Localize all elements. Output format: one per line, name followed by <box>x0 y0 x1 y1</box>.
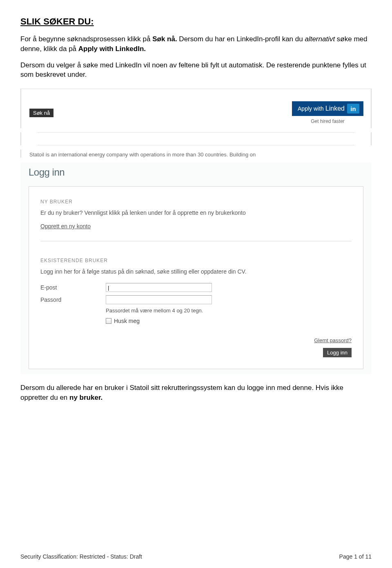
footer-page-number: Page 1 of 11 <box>339 553 372 560</box>
login-panel: Logg inn NY BRUKER Er du ny bruker? Venn… <box>20 163 372 374</box>
email-field[interactable] <box>106 283 212 292</box>
page-heading: SLIK SØKER DU: <box>20 16 372 27</box>
linkedin-apply-area: Apply with Linked in Get hired faster <box>292 101 363 124</box>
email-row: E-post <box>40 283 352 292</box>
linkedin-btn-prefix: Apply with <box>298 105 324 112</box>
page-footer: Security Classification: Restricted - St… <box>20 553 372 560</box>
password-field[interactable] <box>106 295 212 304</box>
para1-prefix: For å begynne søknadsprosessen klikk på <box>20 35 152 43</box>
para1-bold-sokna: Søk nå. <box>152 35 177 43</box>
intro-paragraph-2: Dersom du velger å søke med LinkedIn vil… <box>20 60 372 80</box>
outro-paragraph: Dersom du allerede har en bruker i Stato… <box>20 383 372 403</box>
password-label: Passord <box>40 296 106 303</box>
ny-bruker-description: Er du ny bruker? Vennligst klikk på lenk… <box>40 209 352 216</box>
screenshot-apply-area: Søk nå Apply with Linked in Get hired fa… <box>20 86 372 160</box>
linkedin-icon: in <box>347 104 359 114</box>
opprett-konto-link[interactable]: Opprett en ny konto <box>40 223 91 229</box>
para3-bold: ny bruker. <box>69 394 102 401</box>
password-row: Passord <box>40 295 352 304</box>
sok-na-button[interactable]: Søk nå <box>29 109 53 117</box>
login-title: Logg inn <box>29 167 363 178</box>
login-box: NY BRUKER Er du ny bruker? Vennligst kli… <box>29 186 363 369</box>
glemt-passord-link[interactable]: Glemt passord? <box>314 337 352 343</box>
footer-classification: Security Classification: Restricted - St… <box>20 553 142 560</box>
para1-italic: alternativt <box>305 35 335 43</box>
husk-meg-checkbox[interactable] <box>106 318 111 324</box>
apply-with-linkedin-button[interactable]: Apply with Linked in <box>292 101 363 116</box>
company-description-text: Statoil is an international energy compa… <box>20 149 372 158</box>
section-divider <box>40 241 352 241</box>
para1-bold-linkedin: Apply with LinkedIn. <box>78 45 146 53</box>
husk-meg-label: Husk meg <box>114 318 140 324</box>
password-hint: Passordet må være mellom 4 og 20 tegn. <box>106 307 352 314</box>
login-button[interactable]: Logg inn <box>323 348 352 357</box>
para1-mid: Dersom du har en LinkedIn-profil kan du <box>177 35 305 43</box>
get-hired-faster-text: Get hired faster <box>292 118 363 124</box>
email-label: E-post <box>40 284 106 291</box>
linkedin-word: Linked <box>325 105 345 112</box>
eksisterende-bruker-label: EKSISTERENDE BRUKER <box>40 258 352 263</box>
ny-bruker-label: NY BRUKER <box>40 199 352 205</box>
intro-paragraph-1: For å begynne søknadsprosessen klikk på … <box>20 34 372 54</box>
para3-prefix: Dersom du allerede har en bruker i Stato… <box>20 384 343 401</box>
eksisterende-bruker-description: Logg inn her for å følge status på din s… <box>40 268 352 275</box>
husk-meg-row: Husk meg <box>106 318 352 324</box>
